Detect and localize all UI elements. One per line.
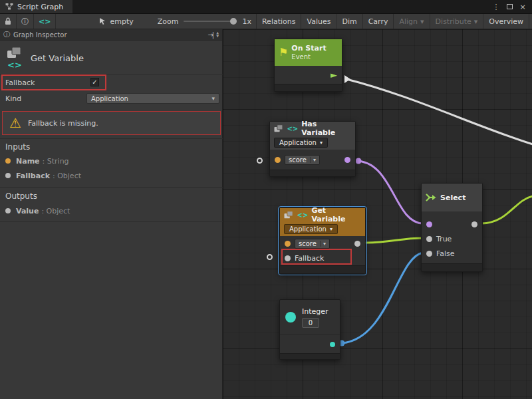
tab-script-graph[interactable]: Script Graph bbox=[0, 0, 72, 13]
warning-icon: ⚠ bbox=[9, 116, 21, 130]
variable-name-dropdown[interactable]: score ▾ bbox=[285, 155, 320, 165]
integer-value-input[interactable]: 0 bbox=[302, 318, 319, 328]
wire-value-green bbox=[366, 238, 423, 243]
wires-layer bbox=[223, 29, 532, 399]
input-name: Name bbox=[16, 157, 40, 166]
unconnected-port-ring[interactable] bbox=[267, 254, 273, 260]
fallback-field-label: Fallback bbox=[5, 78, 35, 87]
code-icon: <> bbox=[287, 125, 298, 132]
node-title: Has Variable bbox=[301, 120, 351, 137]
toolbar: ⓘ <> empty Zoom 1x Relations Values Dim … bbox=[0, 14, 532, 29]
unconnected-port-ring[interactable] bbox=[257, 158, 263, 164]
pointer-icon bbox=[99, 17, 106, 25]
dock-icon[interactable]: →| bbox=[207, 31, 213, 39]
zoom-control: Zoom 1x bbox=[153, 14, 256, 29]
node-title: Select bbox=[440, 194, 466, 202]
selection-indicator: empty bbox=[94, 14, 138, 29]
wire-select-out-green bbox=[481, 196, 532, 223]
variables-cards-icon bbox=[284, 211, 294, 219]
titlebar: Script Graph ⋮ × bbox=[0, 0, 532, 14]
scrollbar-arrows[interactable]: ▲ ▼ bbox=[216, 31, 219, 38]
tab-label: Script Graph bbox=[17, 3, 63, 11]
node-on-start[interactable]: ⚑ On Start Event ► bbox=[274, 39, 342, 92]
code-view-button[interactable]: <> bbox=[34, 14, 56, 29]
fallback-field-row: Fallback ✓ bbox=[0, 75, 222, 90]
selection-label: empty bbox=[110, 17, 133, 26]
on-start-output-port[interactable] bbox=[344, 75, 350, 83]
fallback-checkbox[interactable]: ✓ bbox=[90, 78, 99, 86]
code-icon: <> bbox=[7, 60, 22, 70]
fallback-port-label: Fallback bbox=[295, 254, 324, 263]
full-screen-button[interactable]: Full Screen bbox=[529, 14, 532, 29]
output-type: : Object bbox=[41, 207, 70, 215]
node-has-variable[interactable]: <> Has Variable Application ▾ score ▾ bbox=[269, 121, 356, 177]
window-controls: ⋮ × bbox=[491, 0, 532, 13]
overview-button[interactable]: Overview bbox=[483, 14, 529, 29]
chevron-down-icon: ▾ bbox=[211, 95, 215, 102]
variable-name-dropdown[interactable]: score ▾ bbox=[295, 239, 330, 249]
zoom-slider-handle[interactable] bbox=[230, 18, 237, 25]
values-button[interactable]: Values bbox=[301, 14, 336, 29]
chevron-down-icon: ▾ bbox=[320, 140, 323, 146]
wire-flow-white bbox=[346, 79, 532, 144]
chevron-down-icon: ▾ bbox=[330, 226, 332, 232]
object-port-icon bbox=[5, 173, 11, 178]
code-icon: <> bbox=[39, 17, 51, 26]
inspector-header-label: Graph Inspector bbox=[13, 31, 67, 39]
warning-box: ⚠ Fallback is missing. bbox=[2, 111, 221, 135]
graph-icon bbox=[5, 3, 13, 11]
wire-bool-purple bbox=[356, 161, 423, 223]
node-title: On Start bbox=[291, 44, 326, 53]
integer-output-port[interactable] bbox=[330, 342, 335, 347]
fallback-input-port[interactable] bbox=[285, 255, 291, 261]
variables-cards-icon bbox=[7, 47, 23, 59]
lock-icon bbox=[5, 17, 11, 25]
relations-button[interactable]: Relations bbox=[256, 14, 301, 29]
true-input-port[interactable] bbox=[426, 236, 432, 242]
condition-input-port[interactable] bbox=[426, 221, 432, 227]
inspect-button[interactable]: ⓘ bbox=[17, 14, 34, 29]
scope-dropdown[interactable]: Application ▾ bbox=[274, 138, 328, 148]
maximize-icon[interactable] bbox=[504, 1, 515, 12]
close-icon[interactable]: × bbox=[517, 1, 528, 12]
variables-cards-icon bbox=[274, 124, 283, 132]
node-subtitle: Event bbox=[291, 53, 311, 61]
value-output-port[interactable] bbox=[354, 241, 360, 247]
code-icon: <> bbox=[297, 211, 309, 219]
selection-output-port[interactable] bbox=[471, 221, 477, 227]
zoom-slider[interactable] bbox=[184, 21, 237, 22]
false-port-label: False bbox=[436, 249, 455, 258]
node-get-variable[interactable]: <> Get Variable Application ▾ score ▾ F bbox=[279, 207, 366, 274]
graph-inspector-panel: ⓘ Graph Inspector →| ▲ ▼ <> Get Variable… bbox=[0, 29, 223, 399]
zoom-label: Zoom bbox=[158, 17, 179, 26]
node-integer[interactable]: Integer 0 bbox=[279, 299, 340, 360]
false-input-port[interactable] bbox=[426, 251, 432, 257]
warning-text: Fallback is missing. bbox=[28, 119, 98, 128]
kind-dropdown[interactable]: Application ▾ bbox=[86, 93, 219, 104]
chevron-down-icon: ▾ bbox=[320, 241, 326, 247]
input-row-name: Name : String bbox=[0, 156, 222, 166]
object-port-icon bbox=[5, 208, 11, 213]
scope-dropdown[interactable]: Application ▾ bbox=[284, 224, 338, 234]
graph-canvas[interactable]: ⚑ On Start Event ► <> Has Variable bbox=[223, 29, 532, 399]
input-type: : Object bbox=[53, 172, 81, 180]
chevron-down-icon: ▾ bbox=[310, 157, 316, 163]
name-input-port[interactable] bbox=[275, 157, 281, 163]
bool-output-port[interactable] bbox=[344, 157, 350, 163]
output-row-value: Value : Object bbox=[0, 205, 222, 216]
carry-button[interactable]: Carry bbox=[362, 14, 394, 29]
distribute-button[interactable]: Distribute ▾ bbox=[430, 14, 483, 29]
node-select[interactable]: Select True False bbox=[421, 183, 483, 272]
info-icon: ⓘ bbox=[21, 17, 29, 27]
node-title: Get Variable bbox=[311, 206, 361, 223]
menu-icon[interactable]: ⋮ bbox=[491, 1, 501, 12]
lock-button[interactable] bbox=[0, 14, 17, 29]
scroll-down-icon: ▼ bbox=[216, 35, 219, 38]
kind-field-label: Kind bbox=[5, 94, 21, 103]
inspector-title-block: <> Get Variable bbox=[0, 41, 222, 74]
dim-button[interactable]: Dim bbox=[336, 14, 362, 29]
kind-dropdown-value: Application bbox=[91, 95, 128, 102]
input-name: Fallback bbox=[16, 172, 50, 180]
name-input-port[interactable] bbox=[285, 241, 291, 247]
align-button[interactable]: Align ▾ bbox=[393, 14, 429, 29]
